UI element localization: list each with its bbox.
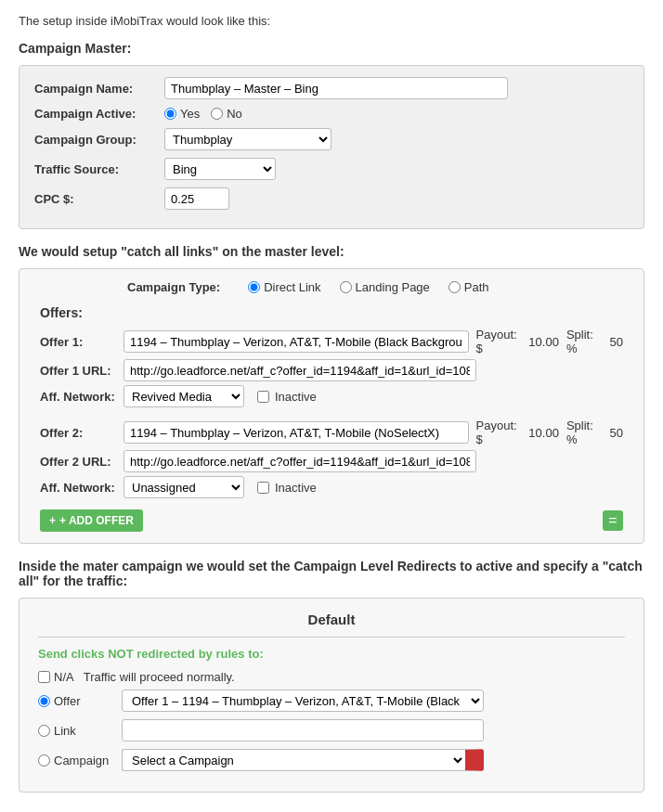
na-checkbox[interactable] xyxy=(38,671,50,683)
campaign-master-panel: Campaign Name: Campaign Active: Yes No C… xyxy=(19,65,644,229)
offer2-payout-group: Payout: $ 10.00 xyxy=(476,419,559,446)
campaign-redirect-row: Campaign Select a Campaign xyxy=(38,749,625,771)
offer-redirect-label: Offer xyxy=(54,694,81,708)
campaign-master-title: Campaign Master: xyxy=(19,41,644,56)
active-no-radio[interactable] xyxy=(211,108,223,120)
master-campaign-text: Inside the mater campaign we would set t… xyxy=(19,559,644,588)
offer-redirect-select[interactable]: Offer 1 – 1194 – Thumbplay – Verizon, AT… xyxy=(122,690,484,712)
offer-radio[interactable] xyxy=(38,695,50,707)
path-text: Path xyxy=(464,280,489,294)
offer2-input[interactable] xyxy=(124,421,469,444)
send-clicks-label: Send clicks NOT redirected by rules to: xyxy=(38,647,625,661)
green-equals-icon[interactable]: = xyxy=(603,510,623,531)
default-title: Default xyxy=(38,612,625,638)
offer2-url-label: Offer 2 URL: xyxy=(40,455,124,469)
offer1-url-input[interactable] xyxy=(124,359,476,381)
offer2-url-input[interactable] xyxy=(124,450,476,472)
campaign-name-label: Campaign Name: xyxy=(34,82,164,96)
add-offer-label: + ADD OFFER xyxy=(59,514,134,527)
offer2-inactive-text: Inactive xyxy=(275,481,317,495)
campaign-type-label: Campaign Type: xyxy=(127,280,220,294)
link-radio[interactable] xyxy=(38,725,50,737)
landing-page-radio[interactable] xyxy=(340,281,352,293)
path-radio[interactable] xyxy=(448,281,461,293)
path-option[interactable]: Path xyxy=(448,280,489,294)
offer2-url-row: Offer 2 URL: xyxy=(40,450,623,472)
offer-option[interactable]: Offer xyxy=(38,694,112,708)
campaign-option[interactable]: Campaign xyxy=(38,754,112,767)
offer1-row: Offer 1: Payout: $ 10.00 Split: % 50 xyxy=(40,328,623,355)
offers-title: Offers: xyxy=(40,305,623,320)
campaign-active-label: Campaign Active: xyxy=(34,107,164,121)
offer2-aff-row: Aff. Network: Unassigned Inactive xyxy=(40,476,623,498)
traffic-source-label: Traffic Source: xyxy=(34,162,164,176)
add-offer-row: + + ADD OFFER = xyxy=(40,509,623,532)
offer1-aff-row: Aff. Network: Revived Media Inactive xyxy=(40,385,623,407)
offer1-inactive-text: Inactive xyxy=(275,390,317,404)
campaign-group-select[interactable]: Thumbplay xyxy=(164,128,332,150)
cpc-row: CPC $: xyxy=(34,187,629,210)
plus-icon: + xyxy=(49,514,56,527)
campaign-group-row: Campaign Group: Thumbplay xyxy=(34,128,629,150)
offer2-inactive-label[interactable]: Inactive xyxy=(257,481,317,495)
offer1-split-label: Split: % xyxy=(566,328,606,355)
campaign-name-input[interactable] xyxy=(164,77,508,99)
offer1-aff-label: Aff. Network: xyxy=(40,390,124,404)
offer2-split-group: Split: % 50 xyxy=(566,419,623,446)
offer1-url-label: Offer 1 URL: xyxy=(40,364,124,378)
active-yes-radio[interactable] xyxy=(164,108,176,120)
campaign-type-panel: Campaign Type: Direct Link Landing Page … xyxy=(19,268,644,544)
catch-all-title: We would setup "catch all links" on the … xyxy=(19,244,644,259)
offer1-payout-value: 10.00 xyxy=(528,335,559,349)
direct-link-option[interactable]: Direct Link xyxy=(248,280,320,294)
offer1-split-group: Split: % 50 xyxy=(566,328,623,355)
link-redirect-label: Link xyxy=(54,724,76,738)
offer1-inactive-checkbox[interactable] xyxy=(257,391,269,403)
na-label: N/A xyxy=(54,670,74,684)
offer2-payout-value: 10.00 xyxy=(528,426,559,440)
traffic-source-row: Traffic Source: Bing xyxy=(34,158,629,180)
active-no-option[interactable]: No xyxy=(211,107,242,121)
landing-page-option[interactable]: Landing Page xyxy=(340,280,430,294)
default-panel: Default Send clicks NOT redirected by ru… xyxy=(19,598,644,793)
offer2-aff-select[interactable]: Unassigned xyxy=(124,476,244,498)
link-redirect-row: Link xyxy=(38,719,625,741)
cpc-input[interactable] xyxy=(164,187,229,210)
offer1-label: Offer 1: xyxy=(40,335,124,349)
na-row: N/A Traffic will proceed normally. xyxy=(38,670,625,684)
campaign-redirect-select[interactable]: Select a Campaign xyxy=(122,749,484,771)
offer1-split-value: 50 xyxy=(610,335,623,349)
offer2-payout-label: Payout: $ xyxy=(476,419,526,446)
traffic-source-select[interactable]: Bing xyxy=(164,158,276,180)
offer2-inactive-checkbox[interactable] xyxy=(257,482,269,494)
offers-section: Offers: Offer 1: Payout: $ 10.00 Split: … xyxy=(34,305,629,532)
campaign-radio[interactable] xyxy=(38,754,50,767)
offer1-inactive-label[interactable]: Inactive xyxy=(257,390,317,404)
na-option[interactable]: N/A xyxy=(38,670,74,684)
offer1-url-row: Offer 1 URL: xyxy=(40,359,623,381)
campaign-group-label: Campaign Group: xyxy=(34,133,164,147)
offer-redirect-row: Offer Offer 1 – 1194 – Thumbplay – Veriz… xyxy=(38,690,625,712)
offer1-aff-select[interactable]: Revived Media xyxy=(124,385,244,407)
offer2-label: Offer 2: xyxy=(40,426,124,440)
link-redirect-input[interactable] xyxy=(122,719,484,741)
offer2-aff-label: Aff. Network: xyxy=(40,481,124,495)
campaign-name-row: Campaign Name: xyxy=(34,77,629,99)
link-option[interactable]: Link xyxy=(38,724,112,738)
active-yes-option[interactable]: Yes xyxy=(164,107,200,121)
campaign-type-row: Campaign Type: Direct Link Landing Page … xyxy=(34,280,629,294)
landing-page-text: Landing Page xyxy=(356,280,430,294)
add-offer-button[interactable]: + + ADD OFFER xyxy=(40,509,143,532)
offer1-block: Offer 1: Payout: $ 10.00 Split: % 50 Off… xyxy=(40,328,623,407)
offer1-payout-label: Payout: $ xyxy=(476,328,526,355)
offer1-payout-group: Payout: $ 10.00 xyxy=(476,328,559,355)
direct-link-radio[interactable] xyxy=(248,281,260,293)
na-text: Traffic will proceed normally. xyxy=(84,670,235,684)
offer2-row: Offer 2: Payout: $ 10.00 Split: % 50 xyxy=(40,419,623,446)
campaign-active-row: Campaign Active: Yes No xyxy=(34,107,629,121)
offer1-input[interactable] xyxy=(124,330,469,353)
offer2-split-value: 50 xyxy=(610,426,623,440)
offer2-split-label: Split: % xyxy=(566,419,606,446)
active-yes-text: Yes xyxy=(180,107,200,121)
campaign-active-radios: Yes No xyxy=(164,107,242,121)
